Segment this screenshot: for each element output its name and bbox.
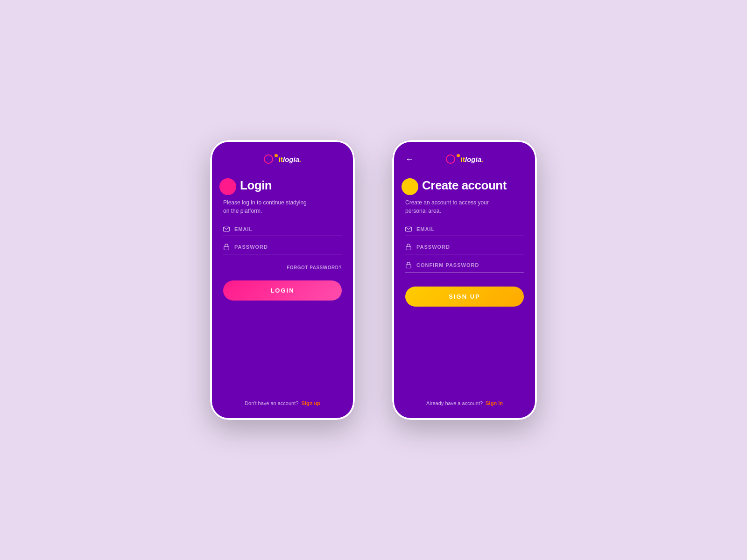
ca-email-field[interactable]: EMAIL [405, 226, 524, 236]
email-field[interactable]: EMAIL [223, 226, 342, 236]
lock-icon [223, 244, 230, 250]
ca-email-label: EMAIL [416, 226, 435, 232]
logo-graphic-2 [446, 154, 460, 164]
svg-rect-3 [406, 246, 411, 250]
email-group: EMAIL [223, 226, 342, 236]
logo-ring [264, 154, 273, 164]
logo-dot [275, 154, 278, 157]
spacer [223, 310, 342, 400]
confirm-password-label: CONFIRM PASSWORD [416, 262, 479, 268]
email-label: EMAIL [234, 226, 253, 232]
login-button[interactable]: LOGIN [223, 280, 342, 301]
forgot-password-area: FORGOT PASSWORD? [223, 263, 342, 271]
create-account-logo: itlogia. [446, 154, 483, 164]
password-field[interactable]: PASSWORD [223, 244, 342, 254]
email-icon [223, 226, 230, 232]
ca-lock-icon [405, 244, 412, 250]
logo-ring-2 [446, 154, 455, 164]
create-account-header: ← itlogia. [405, 154, 524, 164]
login-title-row: Login [223, 178, 342, 193]
create-account-footer-text: Already have a account? [426, 400, 483, 406]
login-footer: Don't have an account? Sign up [223, 400, 342, 406]
login-header: ititlogialogia. [223, 154, 342, 164]
password-label: PASSWORD [234, 244, 268, 250]
create-account-title: Create account [422, 178, 507, 193]
logo-brand-text-2: itlogia. [461, 155, 483, 163]
signup-link[interactable]: Sign up [302, 400, 320, 406]
create-account-footer: Already have a account? Sign in [405, 400, 524, 406]
accent-circle-pink [219, 178, 236, 195]
logo-brand-text: ititlogialogia. [279, 155, 301, 163]
ca-confirm-password-group: CONFIRM PASSWORD [405, 262, 524, 273]
create-account-title-row: Create account [405, 178, 524, 193]
forgot-password-link[interactable]: FORGOT PASSWORD? [287, 265, 342, 270]
login-footer-text: Don't have an account? [245, 400, 298, 406]
create-account-subtitle: Create an account to access yourpersonal… [405, 198, 524, 215]
ca-password-label: PASSWORD [416, 244, 450, 250]
ca-email-group: EMAIL [405, 226, 524, 236]
create-account-screen: ← itlogia. Create account Create an acco… [392, 140, 537, 420]
svg-rect-1 [224, 246, 229, 250]
accent-circle-yellow [402, 178, 418, 195]
spacer-2 [405, 316, 524, 400]
logo-dot-2 [457, 154, 460, 157]
ca-password-group: PASSWORD [405, 244, 524, 254]
password-group: PASSWORD [223, 244, 342, 254]
ca-confirm-password-field[interactable]: CONFIRM PASSWORD [405, 262, 524, 273]
back-arrow[interactable]: ← [405, 154, 414, 164]
login-logo: ititlogialogia. [264, 154, 301, 164]
ca-lock-icon-2 [405, 262, 412, 268]
login-title: Login [240, 178, 272, 193]
signup-button[interactable]: SIGN UP [405, 287, 524, 307]
login-subtitle: Please log in to continue stadyingon the… [223, 198, 342, 215]
ca-password-field[interactable]: PASSWORD [405, 244, 524, 254]
signin-link[interactable]: Sign in [486, 400, 503, 406]
svg-rect-4 [406, 265, 411, 268]
logo-graphic [264, 154, 278, 164]
screens-container: ititlogialogia. Login Please log in to c… [210, 140, 537, 420]
ca-email-icon [405, 226, 412, 232]
login-screen: ititlogialogia. Login Please log in to c… [210, 140, 355, 420]
